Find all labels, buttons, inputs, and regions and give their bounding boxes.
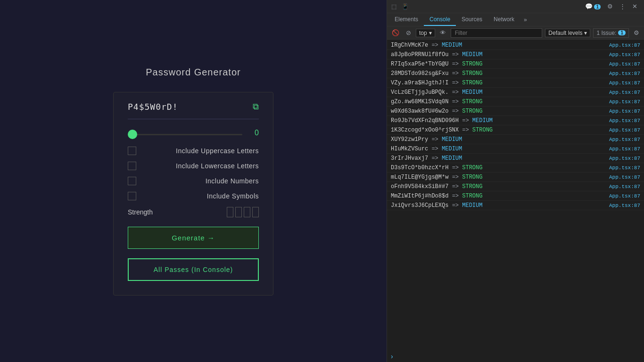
- console-line: 1K3Czcogd*xOo0^rjSNX => STRONG App.tsx:8…: [387, 125, 644, 135]
- console-line: MmZiWItP6j#hDo8$d => STRONG App.tsx:87: [387, 191, 644, 201]
- console-line: XUY92zw1Pry => MEDIUM App.tsx:87: [387, 135, 644, 144]
- devtools-topbar: ⬚ 📱 💬 1 ⚙ ⋮ ✕: [387, 0, 644, 13]
- prompt-arrow-icon: ›: [391, 353, 393, 360]
- log-text: Ro9Jb7VdXFn2qBND096H => MEDIUM: [391, 117, 493, 124]
- log-source-link[interactable]: App.tsx:87: [609, 108, 640, 114]
- strength-box-3: [244, 207, 250, 217]
- copy-icon[interactable]: ⧉: [253, 102, 259, 112]
- checkbox-lowercase[interactable]: [128, 162, 136, 170]
- log-source-link[interactable]: App.tsx:87: [609, 90, 640, 95]
- inspect-icon[interactable]: ⬚: [390, 3, 397, 10]
- log-text: 3rIrJHvaxj7 => MEDIUM: [391, 155, 462, 162]
- log-source-link[interactable]: App.tsx:87: [609, 61, 640, 67]
- log-source-link[interactable]: App.tsx:87: [609, 146, 640, 152]
- checkbox-symbols[interactable]: [128, 192, 136, 200]
- log-text: 1K3Czcogd*xOo0^rjSNX => STRONG: [391, 127, 493, 133]
- log-source-link[interactable]: App.tsx:87: [609, 71, 640, 76]
- log-source-link[interactable]: App.tsx:87: [609, 203, 640, 208]
- clear-console-icon[interactable]: 🚫: [390, 28, 401, 37]
- dropdown-arrow-icon: ▾: [429, 30, 432, 36]
- checkbox-row-lowercase: Include Lowercase Letters: [128, 162, 259, 170]
- default-levels-selector[interactable]: Default levels ▾: [545, 29, 590, 37]
- log-source-link[interactable]: App.tsx:87: [609, 80, 640, 86]
- all-passes-button[interactable]: All Passes (In Console): [128, 258, 259, 281]
- console-line: oFnh9V584kxSiB##7 => STRONG App.tsx:87: [387, 182, 644, 191]
- length-slider-row: 0: [128, 129, 259, 137]
- console-line: gZo.#w68MKlSVdq0N => STRONG App.tsx:87: [387, 97, 644, 107]
- log-source-link[interactable]: App.tsx:87: [609, 42, 640, 48]
- more-icon[interactable]: ⋮: [618, 2, 627, 11]
- log-source-link[interactable]: App.tsx:87: [609, 184, 640, 189]
- log-text: HIuMkZVSurc => MEDIUM: [391, 146, 462, 152]
- log-text: MmZiWItP6j#hDo8$d => STRONG: [391, 193, 482, 199]
- checkbox-numbers[interactable]: [128, 177, 136, 185]
- device-icon[interactable]: 📱: [401, 3, 409, 10]
- devtools-settings-icons: 💬 1 ⚙ ⋮ ✕: [583, 2, 641, 11]
- generate-button[interactable]: Generate →: [128, 227, 259, 249]
- log-source-link[interactable]: App.tsx:87: [609, 174, 640, 180]
- console-line: Ro9Jb7VdXFn2qBND096H => MEDIUM App.tsx:8…: [387, 116, 644, 125]
- log-text: R7Iq5xaP5e*TbYG@U => STRONG: [391, 61, 482, 67]
- strength-label: Strength: [128, 208, 153, 216]
- close-icon[interactable]: ✕: [630, 2, 639, 11]
- generator-card: P4$5W0rD! ⧉ 0 Include Uppercase Letters …: [113, 92, 273, 296]
- console-output[interactable]: IRgChVMcK7e => MEDIUM App.tsx:87 a8JpBoP…: [387, 40, 644, 351]
- password-display-row: P4$5W0rD! ⧉: [128, 102, 259, 119]
- tab-sources[interactable]: Sources: [456, 13, 488, 26]
- issues-badge[interactable]: 1 Issue: 1: [593, 28, 629, 38]
- log-source-link[interactable]: App.tsx:87: [609, 52, 640, 58]
- eye-icon[interactable]: 👁: [438, 28, 448, 37]
- console-line: 3rIrJHvaxj7 => MEDIUM App.tsx:87: [387, 154, 644, 163]
- log-text: JxiQvrs3J6CpLEXQs => MEDIUM: [391, 202, 482, 209]
- log-text: w0Xd63awk8fU#6w2o => STRONG: [391, 108, 482, 115]
- log-source-link[interactable]: App.tsx:87: [609, 165, 640, 171]
- log-text: oFnh9V584kxSiB##7 => STRONG: [391, 183, 482, 190]
- log-text: gZo.#w68MKlSVdq0N => STRONG: [391, 99, 482, 105]
- filter-input[interactable]: [451, 28, 543, 38]
- log-source-link[interactable]: App.tsx:87: [609, 156, 640, 161]
- tab-more[interactable]: »: [520, 16, 531, 23]
- checkbox-uppercase[interactable]: [128, 147, 136, 155]
- console-line: mLq7ILE@YGjgs@M*w => STRONG App.tsx:87: [387, 173, 644, 182]
- console-line: D3s9TcO*b0hzcX*rH => STRONG App.tsx:87: [387, 163, 644, 173]
- length-slider[interactable]: [128, 134, 242, 135]
- chat-icon[interactable]: 💬 1: [583, 2, 603, 11]
- log-source-link[interactable]: App.tsx:87: [609, 99, 640, 105]
- console-line: w0Xd63awk8fU#6w2o => STRONG App.tsx:87: [387, 107, 644, 116]
- log-text: D3s9TcO*b0hzcX*rH => STRONG: [391, 165, 482, 171]
- console-toolbar: 🚫 ⊘ top ▾ 👁 Default levels ▾ 1 Issue: 1 …: [387, 26, 644, 40]
- strength-row: Strength: [128, 207, 259, 217]
- console-line: HIuMkZVSurc => MEDIUM App.tsx:87: [387, 144, 644, 154]
- log-source-link[interactable]: App.tsx:87: [609, 193, 640, 199]
- checkbox-label-symbols: Include Symbols: [207, 192, 259, 200]
- log-source-link[interactable]: App.tsx:87: [609, 118, 640, 123]
- top-label: top: [419, 30, 427, 36]
- app-title: Password Generator: [146, 67, 240, 78]
- checkbox-label-numbers: Include Numbers: [206, 177, 259, 185]
- slider-container: [128, 129, 242, 137]
- console-prompt: ›: [387, 351, 644, 362]
- log-text: XUY92zw1Pry => MEDIUM: [391, 136, 462, 143]
- devtools-topbar-icons: ⬚ 📱: [390, 3, 581, 10]
- checkbox-label-lowercase: Include Lowercase Letters: [176, 162, 259, 170]
- tab-network[interactable]: Network: [488, 13, 520, 26]
- checkbox-row-symbols: Include Symbols: [128, 192, 259, 200]
- strength-box-2: [235, 207, 242, 217]
- log-source-link[interactable]: App.tsx:87: [609, 127, 640, 133]
- strength-indicators: [227, 207, 259, 217]
- settings-icon[interactable]: ⚙: [605, 2, 615, 11]
- checkbox-label-uppercase: Include Uppercase Letters: [176, 147, 259, 155]
- console-line: a8JpBoPRRNUlf8fOu => MEDIUM App.tsx:87: [387, 50, 644, 59]
- log-text: mLq7ILE@YGjgs@M*w => STRONG: [391, 174, 482, 181]
- context-selector[interactable]: top ▾: [416, 29, 435, 37]
- log-text: VZy.a9ra$HJgthJ!I => STRONG: [391, 80, 482, 86]
- no-entry-icon[interactable]: ⊘: [404, 28, 413, 37]
- tab-elements[interactable]: Elements: [389, 13, 424, 26]
- console-line: R7Iq5xaP5e*TbYG@U => STRONG App.tsx:87: [387, 59, 644, 69]
- password-text: P4$5W0rD!: [128, 102, 178, 112]
- log-source-link[interactable]: App.tsx:87: [609, 137, 640, 142]
- strength-box-4: [252, 207, 259, 217]
- tab-console[interactable]: Console: [424, 13, 456, 26]
- console-settings-icon[interactable]: ⚙: [632, 28, 641, 37]
- log-text: IRgChVMcK7e => MEDIUM: [391, 42, 462, 49]
